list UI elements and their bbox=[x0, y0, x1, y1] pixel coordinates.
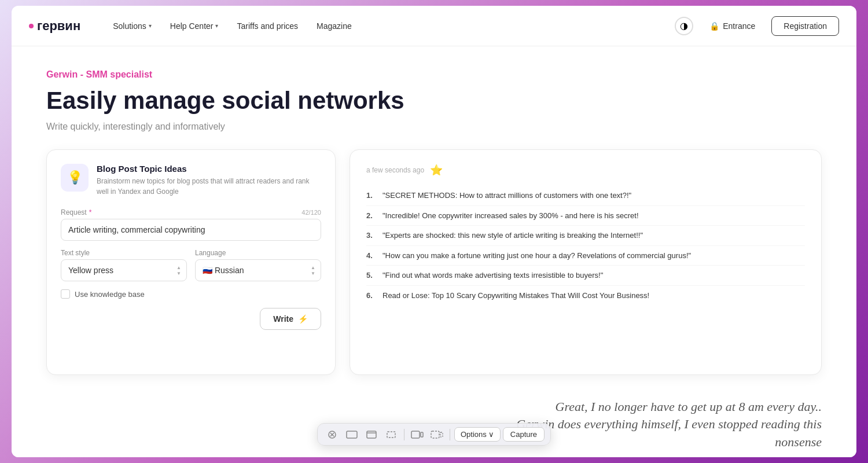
nav-right: ◑ 🔒 Entrance Registration bbox=[675, 16, 839, 36]
knowledge-base-checkbox[interactable] bbox=[61, 289, 70, 299]
write-button[interactable]: Write ⚡ bbox=[260, 308, 321, 330]
logo-dot bbox=[29, 24, 34, 28]
left-card: 💡 Blog Post Topic Ideas Brainstorm new t… bbox=[46, 149, 336, 374]
logo[interactable]: гервин bbox=[29, 19, 80, 34]
toolbar-divider bbox=[404, 429, 404, 440]
write-button-wrap: Write ⚡ bbox=[61, 308, 321, 330]
language-select-wrap: 🇷🇺 Russian ▲ ▼ bbox=[195, 259, 321, 281]
knowledge-base-row: Use knowledge base bbox=[61, 289, 321, 299]
text-style-select[interactable]: Yellow press bbox=[61, 259, 187, 281]
text-style-col: Text style Yellow press ▲ ▼ bbox=[61, 249, 187, 281]
main-content: Gerwin - SMM specialist Easily manage so… bbox=[12, 46, 856, 387]
quote-line1: Great, I no longer have to get up at 8 a… bbox=[46, 398, 822, 416]
nav-item-magazine[interactable]: Magazine bbox=[307, 17, 361, 35]
options-button[interactable]: Options ∨ bbox=[454, 427, 501, 442]
list-number: 3. bbox=[366, 230, 378, 241]
list-text: "Experts are shocked: this new style of … bbox=[382, 230, 643, 241]
toolbar-scroll-icon[interactable] bbox=[409, 428, 426, 441]
result-list: 1. "SECRET METHODS: How to attract milli… bbox=[366, 186, 805, 305]
list-number: 1. bbox=[366, 190, 378, 201]
text-style-label: Text style bbox=[61, 249, 187, 257]
list-item: 5. "Find out what words make advertising… bbox=[366, 266, 805, 286]
nav-item-solutions[interactable]: Solutions ▾ bbox=[104, 17, 161, 35]
chevron-down-icon: ▾ bbox=[149, 23, 152, 29]
language-select[interactable]: 🇷🇺 Russian bbox=[195, 259, 321, 281]
svg-rect-10 bbox=[440, 432, 443, 437]
list-number: 6. bbox=[366, 290, 378, 302]
svg-rect-4 bbox=[367, 431, 376, 438]
navbar: гервин Solutions ▾ Help Center ▾ Tariffs… bbox=[12, 6, 856, 46]
hero-title: Easily manage social networks bbox=[46, 87, 822, 115]
svg-rect-9 bbox=[431, 431, 439, 438]
nav-links: Solutions ▾ Help Center ▾ Tariffs and pr… bbox=[104, 17, 657, 35]
svg-rect-8 bbox=[421, 432, 423, 437]
toolbar-selection-icon[interactable] bbox=[382, 428, 400, 441]
nav-item-help[interactable]: Help Center ▾ bbox=[161, 17, 228, 35]
toolbar-window-icon[interactable] bbox=[363, 428, 380, 441]
lightning-icon: ⚡ bbox=[298, 314, 308, 324]
result-meta: a few seconds ago ⭐ bbox=[366, 164, 805, 177]
chevron-down-icon: ∨ bbox=[488, 430, 494, 439]
entrance-button[interactable]: 🔒 Entrance bbox=[700, 17, 764, 35]
bottom-quote: Great, I no longer have to get up at 8 a… bbox=[12, 387, 856, 457]
list-number: 4. bbox=[366, 250, 378, 262]
list-item: 1. "SECRET METHODS: How to attract milli… bbox=[366, 186, 805, 206]
toolbar-screen-icon[interactable] bbox=[343, 428, 361, 441]
request-label: Request * bbox=[61, 208, 91, 216]
field-row: Request * 42/120 bbox=[61, 208, 321, 216]
form-selects-row: Text style Yellow press ▲ ▼ Lang bbox=[61, 249, 321, 281]
text-style-select-wrap: Yellow press ▲ ▼ bbox=[61, 259, 187, 281]
nav-item-tariffs[interactable]: Tariffs and prices bbox=[227, 17, 307, 35]
card-header-text: Blog Post Topic Ideas Brainstorm new top… bbox=[97, 164, 321, 197]
knowledge-base-label: Use knowledge base bbox=[75, 290, 145, 299]
svg-rect-7 bbox=[411, 431, 420, 438]
request-input[interactable] bbox=[61, 219, 321, 241]
list-item: 3. "Experts are shocked: this new style … bbox=[366, 226, 805, 246]
theme-toggle-button[interactable]: ◑ bbox=[675, 17, 693, 35]
list-number: 5. bbox=[366, 270, 378, 281]
list-text: "Incredible! One copywriter increased sa… bbox=[382, 210, 639, 222]
lightbulb-icon: 💡 bbox=[67, 170, 83, 185]
hero-label: Gerwin - SMM specialist bbox=[46, 69, 822, 80]
toolbar-crop-icon[interactable] bbox=[428, 428, 446, 441]
list-text: "SECRET METHODS: How to attract millions… bbox=[382, 190, 631, 201]
language-col: Language 🇷🇺 Russian ▲ ▼ bbox=[195, 249, 321, 281]
list-text: Read or Lose: Top 10 Scary Copywriting M… bbox=[382, 290, 649, 302]
toolbar: Options ∨ Capture bbox=[317, 423, 551, 446]
register-button[interactable]: Registration bbox=[771, 16, 839, 36]
result-time: a few seconds ago bbox=[366, 166, 424, 174]
list-item: 4. "How can you make a fortune writing j… bbox=[366, 246, 805, 266]
chevron-down-icon: ▾ bbox=[215, 23, 218, 29]
hero-subtitle: Write quickly, interestingly and informa… bbox=[46, 122, 822, 132]
card-icon-wrap: 💡 bbox=[61, 164, 89, 192]
card-description: Brainstorm new topics for blog posts tha… bbox=[97, 176, 321, 197]
capture-button[interactable]: Capture bbox=[503, 427, 545, 442]
list-text: "Find out what words make advertising te… bbox=[382, 270, 603, 281]
list-text: "How can you make a fortune writing just… bbox=[382, 250, 691, 262]
cards-row: 💡 Blog Post Topic Ideas Brainstorm new t… bbox=[46, 149, 822, 374]
svg-rect-3 bbox=[347, 431, 357, 438]
star-icon: ⭐ bbox=[430, 164, 443, 177]
required-marker: * bbox=[89, 208, 92, 216]
logo-text: гервин bbox=[37, 19, 80, 34]
card-header: 💡 Blog Post Topic Ideas Brainstorm new t… bbox=[61, 164, 321, 197]
svg-rect-6 bbox=[387, 432, 395, 438]
list-item: 2. "Incredible! One copywriter increased… bbox=[366, 206, 805, 226]
toolbar-close-icon[interactable] bbox=[323, 428, 341, 441]
lock-icon: 🔒 bbox=[709, 21, 719, 31]
request-field: Request * 42/120 bbox=[61, 208, 321, 241]
toolbar-divider2 bbox=[450, 429, 450, 440]
character-counter: 42/120 bbox=[301, 209, 321, 216]
language-label: Language bbox=[195, 249, 321, 257]
card-title: Blog Post Topic Ideas bbox=[97, 164, 321, 174]
list-number: 2. bbox=[366, 210, 378, 222]
right-card: a few seconds ago ⭐ 1. "SECRET METHODS: … bbox=[350, 149, 822, 374]
list-item: 6. Read or Lose: Top 10 Scary Copywritin… bbox=[366, 286, 805, 306]
